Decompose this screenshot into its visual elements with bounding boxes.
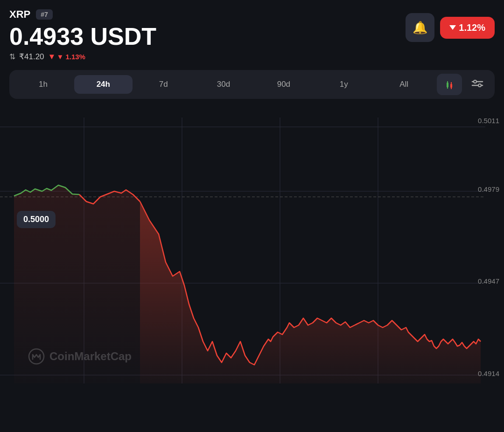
- timeframe-bar: 1h 24h 7d 30d 90d 1y All: [9, 70, 495, 99]
- header-right: 🔔 1.12%: [406, 13, 495, 42]
- svg-rect-3: [450, 84, 452, 88]
- change-badge-text: 1.12%: [459, 22, 485, 33]
- svg-marker-19: [140, 202, 481, 383]
- rank-badge: #7: [36, 9, 53, 20]
- price-sub: ⇅ ₹41.20 ▼ ▼ 1.13%: [9, 52, 156, 62]
- y-label-0011: 0.5011: [478, 117, 499, 125]
- coin-row: XRP #7: [9, 8, 156, 21]
- candle-chart-button[interactable]: [437, 74, 462, 95]
- chart-container: 0.5011 0.4979 0.4947 0.4914 0.5000 CoinM…: [0, 104, 504, 393]
- change-pct-text: ▼ 1.13%: [56, 53, 85, 61]
- svg-point-9: [478, 84, 481, 87]
- y-label-0979: 0.4979: [478, 185, 499, 193]
- triangle-down-icon: [449, 25, 456, 30]
- inr-price: ₹41.20: [19, 52, 44, 62]
- svg-point-7: [474, 80, 476, 83]
- price-tooltip: 0.5000: [17, 211, 56, 228]
- svg-rect-0: [447, 83, 448, 87]
- filter-button[interactable]: [465, 74, 490, 95]
- cmc-logo-icon: [28, 348, 45, 365]
- change-badge: 1.12%: [440, 17, 495, 39]
- candle-icon: [443, 78, 456, 91]
- bell-icon: 🔔: [413, 21, 427, 35]
- coin-name: XRP: [9, 8, 30, 21]
- tf-all[interactable]: All: [375, 75, 433, 94]
- tf-30d[interactable]: 30d: [195, 75, 253, 94]
- tf-24h[interactable]: 24h: [74, 75, 133, 94]
- y-label-0914: 0.4914: [478, 369, 499, 377]
- triangle-down-small: ▼: [48, 52, 56, 62]
- header: XRP #7 0.4933 USDT ⇅ ₹41.20 ▼ ▼ 1.13% 🔔 …: [0, 0, 504, 65]
- watermark-text: CoinMarketCap: [49, 350, 132, 363]
- bell-button[interactable]: 🔔: [406, 13, 434, 42]
- tf-1y[interactable]: 1y: [315, 75, 373, 94]
- svg-point-21: [29, 349, 44, 364]
- tf-1h[interactable]: 1h: [14, 75, 72, 94]
- tf-7d[interactable]: 7d: [134, 75, 193, 94]
- watermark: CoinMarketCap: [28, 348, 132, 365]
- tooltip-value: 0.5000: [23, 215, 49, 224]
- arrows-icon: ⇅: [9, 52, 15, 61]
- header-left: XRP #7 0.4933 USDT ⇅ ₹41.20 ▼ ▼ 1.13%: [9, 8, 156, 62]
- y-label-0947: 0.4947: [478, 277, 499, 285]
- price-change-sub: ▼ ▼ 1.13%: [48, 52, 85, 62]
- price-main: 0.4933 USDT: [9, 23, 156, 50]
- tf-90d[interactable]: 90d: [254, 75, 313, 94]
- tf-right-controls: [437, 74, 490, 95]
- filter-icon: [471, 79, 484, 90]
